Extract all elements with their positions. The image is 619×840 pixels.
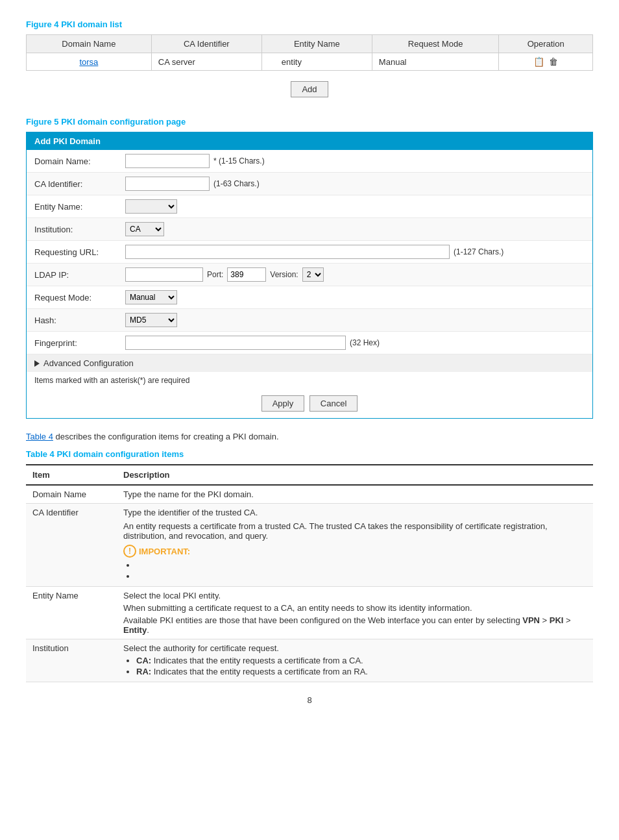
ldap-version-label: Version: [270, 270, 298, 279]
figure5-title: Figure 5 PKI domain configuration page [26, 117, 593, 127]
table-row: torsa CA server entity Manual 📋 🗑 [27, 53, 593, 71]
config-header-description: Description [117, 465, 593, 485]
ca-identifier-control: (1-63 Chars.) [125, 177, 585, 191]
ca-id-bullet-1 [136, 560, 587, 570]
requesting-url-hint: (1-127 Chars.) [454, 247, 504, 256]
domain-name-row: Domain Name: * (1-15 Chars.) [27, 150, 592, 173]
request-mode-control: Manual Auto [125, 290, 585, 304]
important-row: ! IMPORTANT: [123, 545, 587, 558]
request-mode-label: Request Mode: [34, 293, 125, 303]
config-header-item: Item [26, 465, 117, 485]
ca-id-desc-line1: Type the identifier of the trusted CA. [123, 508, 587, 517]
figure4-title: Figure 4 PKI domain list [26, 19, 593, 29]
entity-desc-line3: Available PKI entities are those that ha… [123, 615, 587, 635]
domain-name-label: Domain Name: [34, 156, 125, 166]
entity-desc-line2: When submitting a certificate request to… [123, 603, 587, 613]
institution-desc-line1: Select the authority for certificate req… [123, 643, 587, 653]
ca-identifier-hint: (1-63 Chars.) [213, 179, 260, 188]
cancel-button[interactable]: Cancel [310, 395, 358, 412]
domain-name-control: * (1-15 Chars.) [125, 154, 585, 168]
requesting-url-row: Requesting URL: (1-127 Chars.) [27, 241, 592, 264]
config-items-table: Item Description Domain Name Type the na… [26, 464, 593, 682]
col-header-domain-name: Domain Name [27, 35, 152, 53]
request-mode-select[interactable]: Manual Auto [125, 290, 177, 304]
domain-name-link[interactable]: torsa [79, 57, 98, 67]
entity-name-control [125, 199, 585, 214]
ldap-ip-control: Port: Version: 2 3 [125, 267, 585, 282]
delete-icon[interactable]: 🗑 [549, 56, 558, 67]
ca-identifier-cell: CA server [151, 53, 261, 71]
form-actions: Apply Cancel [27, 389, 592, 418]
requesting-url-input[interactable] [125, 245, 450, 259]
apply-button[interactable]: Apply [261, 395, 305, 412]
ldap-port-label: Port: [207, 270, 223, 279]
institution-bullet-list: CA: Indicates that the entity requests a… [136, 656, 587, 676]
ca-identifier-row: CA Identifier: (1-63 Chars.) [27, 173, 592, 195]
table4-title: Table 4 PKI domain configuration items [26, 449, 593, 459]
col-header-request-mode: Request Mode [372, 35, 498, 53]
fingerprint-input[interactable] [125, 336, 346, 350]
config-item-institution: Institution [26, 639, 117, 682]
config-desc-domain-name: Type the name for the PKI domain. [117, 485, 593, 504]
institution-select[interactable]: CA RA [125, 222, 164, 236]
table4-link[interactable]: Table 4 [26, 432, 53, 441]
page-number: 8 [26, 695, 593, 705]
hash-row: Hash: MD5 SHA1 [27, 309, 592, 332]
ldap-version-select[interactable]: 2 3 [302, 267, 324, 282]
config-row-ca-identifier: CA Identifier Type the identifier of the… [26, 504, 593, 587]
ca-id-desc-line2: An entity requests a certificate from a … [123, 521, 587, 541]
ldap-ip-row: LDAP IP: Port: Version: 2 3 [27, 264, 592, 286]
domain-name-input[interactable] [125, 154, 210, 168]
ldap-ip-input[interactable] [125, 267, 203, 282]
ca-identifier-input[interactable] [125, 177, 210, 191]
institution-bullet-ra: RA: Indicates that the entity requests a… [136, 667, 587, 676]
config-row-domain-name: Domain Name Type the name for the PKI do… [26, 485, 593, 504]
entity-desc-line1: Select the local PKI entity. [123, 591, 587, 600]
ldap-ip-label: LDAP IP: [34, 270, 125, 280]
fingerprint-label: Fingerprint: [34, 338, 125, 348]
description-text: Table 4 describes the configuration item… [26, 432, 593, 441]
col-header-ca-identifier: CA Identifier [151, 35, 261, 53]
hash-control: MD5 SHA1 [125, 313, 585, 327]
operation-cell: 📋 🗑 [499, 53, 593, 71]
institution-label: Institution: [34, 225, 125, 234]
advanced-config-label: Advanced Configuration [43, 358, 134, 368]
advanced-config-row[interactable]: Advanced Configuration [27, 354, 592, 372]
config-desc-institution: Select the authority for certificate req… [117, 639, 593, 682]
edit-icon[interactable]: 📋 [533, 56, 544, 67]
ca-id-bullet-2 [136, 571, 587, 581]
domain-name-hint: * (1-15 Chars.) [213, 156, 265, 166]
entity-name-select[interactable] [125, 199, 177, 214]
config-desc-entity-name: Select the local PKI entity. When submit… [117, 587, 593, 639]
institution-control: CA RA [125, 222, 585, 236]
add-button-container: Add [26, 81, 593, 97]
hash-select[interactable]: MD5 SHA1 [125, 313, 177, 327]
description-continuation: describes the configuration items for cr… [56, 432, 279, 441]
triangle-icon [34, 360, 40, 367]
important-icon: ! [123, 545, 136, 558]
fingerprint-row: Fingerprint: (32 Hex) [27, 332, 592, 354]
config-desc-ca-identifier: Type the identifier of the trusted CA. A… [117, 504, 593, 587]
config-row-entity-name: Entity Name Select the local PKI entity.… [26, 587, 593, 639]
domain-name-desc: Type the name for the PKI domain. [123, 489, 254, 499]
institution-row: Institution: CA RA [27, 218, 592, 241]
institution-bullet-ca: CA: Indicates that the entity requests a… [136, 656, 587, 665]
requesting-url-control: (1-127 Chars.) [125, 245, 585, 259]
table4-section: Table 4 PKI domain configuration items I… [26, 449, 593, 682]
requesting-url-label: Requesting URL: [34, 247, 125, 257]
add-button[interactable]: Add [291, 81, 328, 97]
fingerprint-control: (32 Hex) [125, 336, 585, 350]
entity-name-label: Entity Name: [34, 202, 125, 212]
ldap-port-input[interactable] [227, 267, 266, 282]
ca-identifier-label: CA Identifier: [34, 179, 125, 189]
pki-config-form: Add PKI Domain Domain Name: * (1-15 Char… [26, 132, 593, 419]
request-mode-cell: Manual [372, 53, 498, 71]
entity-name-row: Entity Name: [27, 195, 592, 218]
ca-id-bullet-list [136, 560, 587, 581]
fingerprint-hint: (32 Hex) [350, 338, 380, 347]
form-body: Domain Name: * (1-15 Chars.) CA Identifi… [27, 150, 592, 418]
config-item-domain-name: Domain Name [26, 485, 117, 504]
required-note: Items marked with an asterisk(*) are req… [27, 372, 592, 389]
pki-domain-list-table: Domain Name CA Identifier Entity Name Re… [26, 34, 593, 71]
config-row-institution: Institution Select the authority for cer… [26, 639, 593, 682]
